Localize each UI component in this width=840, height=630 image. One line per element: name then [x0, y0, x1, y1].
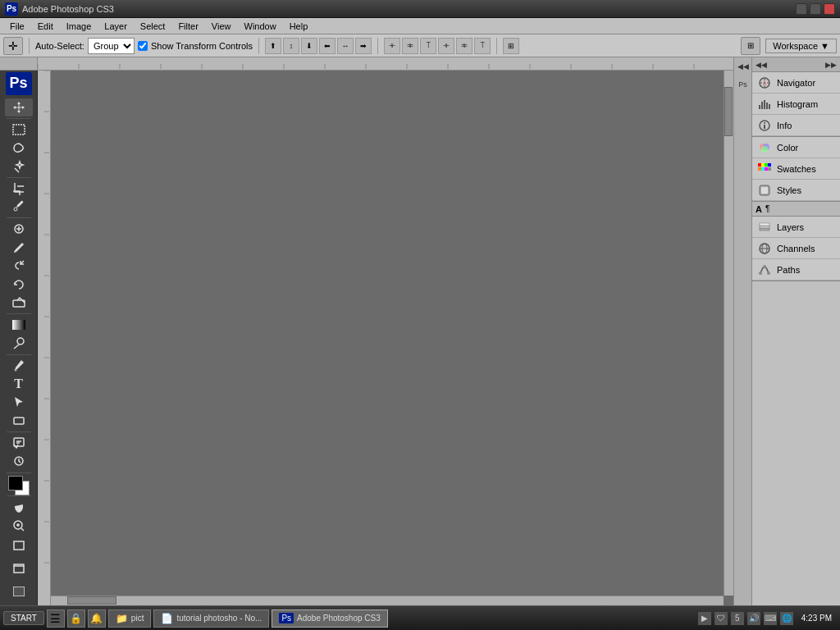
- gradient-tool[interactable]: [5, 316, 33, 334]
- heal-tool[interactable]: [5, 220, 33, 238]
- scrollbar-v-thumb[interactable]: [724, 87, 733, 136]
- start-button[interactable]: START: [3, 611, 44, 625]
- mini-panel-collapse-btn[interactable]: ◀◀: [736, 59, 751, 74]
- color-panel-item[interactable]: Color: [752, 137, 840, 158]
- styles-panel-item[interactable]: Styles: [752, 180, 840, 201]
- tray-icon-5[interactable]: ⌨: [764, 612, 777, 625]
- menu-filter[interactable]: Filter: [171, 20, 204, 33]
- close-button[interactable]: [824, 3, 835, 15]
- dist-hc-icon[interactable]: ⟚: [456, 38, 472, 54]
- tool-separator8: [7, 495, 31, 496]
- navigator-panel-item[interactable]: Navigator: [752, 72, 840, 94]
- tool-separator4: [7, 313, 31, 314]
- brush-tool[interactable]: [5, 239, 33, 257]
- foreground-color[interactable]: [8, 476, 23, 491]
- align-vcenter-icon[interactable]: ↕: [283, 38, 299, 54]
- panel-header-arrow-left[interactable]: ◀◀: [756, 61, 767, 69]
- dist-right-icon[interactable]: ⟙: [474, 38, 491, 54]
- tray-icon-4[interactable]: 🔊: [747, 612, 760, 625]
- taskbar-task-photoshop[interactable]: Ps Adobe Photoshop CS3: [272, 609, 387, 628]
- scrollbar-vertical[interactable]: [724, 71, 733, 596]
- taskbar-icon-1[interactable]: ☰: [47, 609, 65, 628]
- dist-top-icon[interactable]: ⟛: [384, 38, 400, 54]
- move-tool[interactable]: [5, 98, 33, 116]
- dist-left-icon[interactable]: ⟛: [438, 38, 454, 54]
- magic-wand-tool[interactable]: [5, 157, 33, 175]
- crop-tool[interactable]: [5, 180, 33, 198]
- zoom-tool[interactable]: [5, 517, 33, 535]
- clone-stamp-tool[interactable]: [5, 257, 33, 275]
- show-transform-label: Show Transform Controls: [151, 41, 253, 51]
- title-bar: Ps Adobe Photoshop CS3: [0, 0, 840, 18]
- auto-select-dropdown[interactable]: Group Layer: [88, 38, 135, 54]
- eyedropper-tool[interactable]: [5, 198, 33, 216]
- canvas-area[interactable]: [51, 71, 733, 605]
- pen-tool[interactable]: [5, 356, 33, 374]
- screen-mode-normal[interactable]: [5, 535, 33, 556]
- tray-icon-1[interactable]: ▶: [698, 612, 711, 625]
- workspace-button[interactable]: Workspace ▼: [765, 39, 837, 53]
- dist-vc-icon[interactable]: ⟚: [402, 38, 418, 54]
- marquee-rect-tool[interactable]: [5, 121, 33, 139]
- scrollbar-horizontal[interactable]: [51, 596, 724, 605]
- maximize-button[interactable]: [810, 3, 821, 15]
- align-top-icon[interactable]: ⬆: [265, 38, 281, 54]
- options-bar: ✛ Auto-Select: Group Layer Show Transfor…: [0, 34, 840, 57]
- menu-edit[interactable]: Edit: [31, 20, 60, 33]
- align-hcenter-icon[interactable]: ↔: [337, 38, 354, 54]
- screen-mode-full-menu[interactable]: [5, 558, 33, 579]
- show-transform-checkbox[interactable]: [138, 41, 148, 51]
- hand-tool[interactable]: [5, 498, 33, 516]
- dist-bottom-icon[interactable]: ⟙: [420, 38, 436, 54]
- scrollbar-h-thumb[interactable]: [67, 596, 116, 605]
- workspace-label: Workspace: [773, 41, 818, 51]
- layers-icon: [757, 220, 772, 235]
- styles-icon: [757, 183, 772, 198]
- taskbar-icon-2[interactable]: 🔒: [67, 609, 85, 628]
- tray-icon-2[interactable]: 🛡: [714, 612, 728, 625]
- menu-window[interactable]: Window: [238, 20, 283, 33]
- menu-image[interactable]: Image: [60, 20, 98, 33]
- mini-panel-icon1[interactable]: Ps: [736, 77, 751, 92]
- screen-mode-full[interactable]: [5, 581, 33, 602]
- taskbar-icon-3[interactable]: 🔔: [88, 609, 106, 628]
- tray-icon-3[interactable]: 5: [731, 612, 744, 625]
- histogram-panel-item[interactable]: Histogram: [752, 94, 840, 115]
- panel-header-arrow-right[interactable]: ▶▶: [825, 61, 837, 69]
- svg-rect-50: [761, 102, 763, 109]
- paragraph-btn[interactable]: ¶: [765, 204, 769, 213]
- lasso-tool[interactable]: [5, 139, 33, 157]
- text-tool[interactable]: T: [5, 375, 33, 393]
- swatches-panel-item[interactable]: Swatches: [752, 158, 840, 180]
- ruler-vertical: [38, 71, 51, 605]
- svg-rect-64: [761, 167, 765, 171]
- menu-help[interactable]: Help: [283, 20, 315, 33]
- menu-file[interactable]: File: [3, 20, 31, 33]
- taskbar-task-pict[interactable]: 📁 pict: [108, 609, 152, 628]
- taskbar-task-tutorial[interactable]: 📄 tutorial photosho - No...: [153, 609, 269, 628]
- move-tool-btn[interactable]: ✛: [3, 37, 23, 55]
- align-bottom-icon[interactable]: ⬇: [301, 38, 317, 54]
- color-swatch[interactable]: [5, 474, 33, 494]
- tray-icon-6[interactable]: 🌐: [780, 612, 793, 625]
- info-panel-item[interactable]: Info: [752, 115, 840, 136]
- path-select-tool[interactable]: [5, 393, 33, 411]
- menu-select[interactable]: Select: [134, 20, 172, 33]
- channels-panel-item[interactable]: Channels: [752, 238, 840, 259]
- paths-panel-item[interactable]: Paths: [752, 259, 840, 281]
- history-brush-tool[interactable]: [5, 275, 33, 293]
- screen-mode-btn[interactable]: ⊞: [741, 37, 760, 55]
- menu-view[interactable]: View: [205, 20, 238, 33]
- eraser-tool[interactable]: [5, 294, 33, 312]
- shape-tool[interactable]: [5, 412, 33, 430]
- layers-panel-item[interactable]: Layers: [752, 217, 840, 238]
- character-btn[interactable]: A: [756, 204, 762, 214]
- menu-layer[interactable]: Layer: [98, 20, 134, 33]
- minimize-button[interactable]: [796, 3, 807, 15]
- auto-align-icon[interactable]: ⊞: [503, 38, 519, 54]
- align-right-icon[interactable]: ➡: [355, 38, 372, 54]
- dodge-tool[interactable]: [5, 334, 33, 352]
- align-left-icon[interactable]: ⬅: [319, 38, 336, 54]
- measure-tool[interactable]: [5, 452, 33, 470]
- notes-tool[interactable]: [5, 434, 33, 452]
